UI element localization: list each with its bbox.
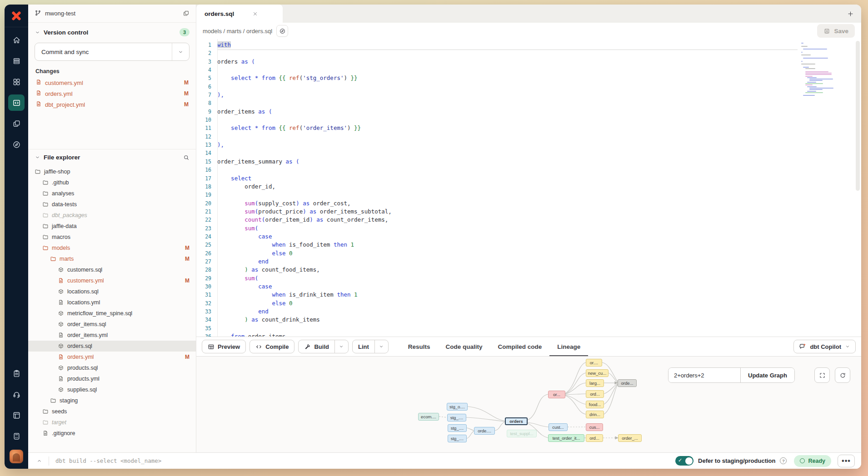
defer-toggle[interactable]: ✓: [675, 456, 693, 466]
file-tree-item-orders-sql[interactable]: orders.sql: [28, 341, 196, 352]
more-options-button[interactable]: •••: [838, 455, 855, 467]
file-icon: [58, 354, 64, 360]
lineage-node-new-cu-[interactable]: new_cu...: [586, 369, 609, 377]
reader-icon[interactable]: [8, 428, 25, 444]
code-line: 34 ) as count_drink_items: [196, 316, 861, 324]
file-tree-item-order-items-sql[interactable]: order_items.sql: [28, 319, 196, 330]
tab-orders-sql[interactable]: orders.sql: [196, 5, 283, 23]
lineage-node-ord-[interactable]: ord...: [586, 434, 603, 442]
command-input[interactable]: dbt build --select <model_name>: [55, 457, 675, 464]
file-tree-item-locations-sql[interactable]: locations.sql: [28, 286, 196, 297]
lineage-node-cus-[interactable]: cus...: [586, 423, 603, 431]
lineage-node-test-suppl-[interactable]: test_suppl...: [507, 430, 537, 437]
lineage-node-stg-[interactable]: stg_....: [448, 435, 467, 442]
file-tree-item-jaffle-shop[interactable]: jaffle-shop: [28, 166, 196, 177]
compile-button[interactable]: Compile: [249, 340, 294, 353]
editor-scrollbar[interactable]: [856, 41, 860, 191]
code-editor[interactable]: 1with23orders as (45 select * from {{ re…: [196, 39, 861, 337]
lineage-node-test-order-it-[interactable]: test_order_it...: [548, 434, 584, 442]
file-tree-item-products-yml[interactable]: products.yml: [28, 373, 196, 384]
lineage-node-cust-[interactable]: cust...: [549, 423, 568, 431]
dbt-copilot-button[interactable]: dbt Copilot: [793, 340, 856, 353]
search-icon[interactable]: [183, 154, 190, 161]
changed-file-row[interactable]: orders.yml M: [28, 88, 196, 99]
new-tab-button[interactable]: [847, 10, 854, 17]
tab-results[interactable]: Results: [400, 337, 438, 357]
close-icon[interactable]: [252, 11, 258, 17]
lineage-node-stg-[interactable]: stg_....: [447, 414, 466, 421]
file-tree-item-analyses[interactable]: analyses: [28, 188, 196, 199]
build-button-dropdown[interactable]: [334, 340, 348, 353]
commit-dropdown-chevron[interactable]: [172, 43, 189, 60]
lineage-node-orde-[interactable]: orde....: [474, 427, 495, 435]
file-tree-item-models[interactable]: modelsM: [28, 243, 196, 253]
file-tree-item--github[interactable]: .github: [28, 177, 196, 188]
file-tree-item-customers-yml[interactable]: customers.ymlM: [28, 275, 196, 286]
open-lineage-icon[interactable]: [276, 25, 288, 37]
file-tree-item-dbt-packages[interactable]: dbt_packages: [28, 210, 196, 221]
duplicate-icon[interactable]: [183, 10, 190, 17]
save-button[interactable]: Save: [817, 24, 855, 38]
refresh-graph-button[interactable]: [835, 367, 850, 383]
file-tree-item-supplies-sql[interactable]: supplies.sql: [28, 384, 196, 395]
fullscreen-button[interactable]: [814, 367, 830, 383]
changed-file-row[interactable]: customers.yml M: [28, 77, 196, 88]
notebook-icon[interactable]: [8, 407, 25, 423]
tab-code-quality[interactable]: Code quality: [438, 337, 490, 357]
file-tree-item-locations-yml[interactable]: locations.yml: [28, 297, 196, 308]
lineage-node-stg-[interactable]: stg_....: [448, 424, 467, 432]
file-tree-item-target[interactable]: target: [28, 417, 196, 428]
compass-icon[interactable]: [8, 136, 25, 153]
file-tree-item-seeds[interactable]: seeds: [28, 406, 196, 417]
preview-button[interactable]: Preview: [202, 340, 246, 353]
file-tree-item--gitignore[interactable]: .gitignore: [28, 428, 196, 439]
headset-icon[interactable]: [8, 386, 25, 402]
file-explorer-header[interactable]: File explorer: [28, 149, 196, 164]
help-icon[interactable]: ?: [780, 457, 787, 464]
file-tree-item-data-tests[interactable]: data-tests: [28, 199, 196, 210]
user-avatar[interactable]: [10, 450, 23, 463]
lineage-node-stg-o-[interactable]: stg_o....: [447, 403, 468, 411]
file-tree-item-products-sql[interactable]: products.sql: [28, 362, 196, 373]
model-icon: [58, 343, 64, 349]
lineage-node-drin-[interactable]: drin...: [586, 411, 604, 418]
lineage-filter-input[interactable]: [668, 368, 740, 382]
file-tree-item-metricflow-time-spine-sql[interactable]: metricflow_time_spine.sql: [28, 308, 196, 319]
windows-copy-icon[interactable]: [8, 115, 25, 132]
deploy-stack-icon[interactable]: [8, 53, 25, 69]
lint-button[interactable]: Lint: [353, 340, 374, 353]
apps-grid-icon[interactable]: [8, 74, 25, 90]
changed-file-row[interactable]: dbt_project.yml M: [28, 99, 196, 110]
lineage-node-ord-[interactable]: ord...: [586, 390, 604, 398]
file-tree-item-marts[interactable]: martsM: [28, 253, 196, 264]
lineage-node-orde-[interactable]: orde...: [618, 379, 637, 387]
lineage-node-or-[interactable]: or....: [586, 359, 602, 367]
collapse-panel-chevron[interactable]: [36, 458, 42, 464]
lineage-node-order-[interactable]: order_...: [618, 434, 642, 442]
line-number: 30: [196, 283, 217, 291]
tab-compiled-code[interactable]: Compiled code: [490, 337, 550, 357]
build-button[interactable]: Build: [299, 340, 334, 353]
lineage-node-larg-[interactable]: larg...: [586, 379, 604, 387]
lineage-node-food-[interactable]: food...: [586, 401, 604, 408]
editor-minimap[interactable]: [801, 43, 829, 98]
file-tree-item-staging[interactable]: staging: [28, 395, 196, 406]
update-graph-button[interactable]: Update Graph: [740, 368, 794, 382]
lint-button-dropdown[interactable]: [374, 340, 388, 353]
version-control-header[interactable]: Version control 3: [28, 23, 196, 40]
commit-and-sync-select[interactable]: Commit and sync: [35, 43, 190, 61]
clipboard-icon[interactable]: [8, 365, 25, 382]
branch-row[interactable]: mwong-test: [28, 5, 196, 23]
file-tree-item-jaffle-data[interactable]: jaffle-data: [28, 221, 196, 232]
home-icon[interactable]: [8, 32, 25, 48]
lineage-node-or-[interactable]: or...: [548, 391, 565, 398]
file-tree-item-customers-sql[interactable]: customers.sql: [28, 264, 196, 275]
file-tree-item-macros[interactable]: macros: [28, 232, 196, 243]
tab-lineage[interactable]: Lineage: [549, 337, 588, 357]
file-tree-item-orders-yml[interactable]: orders.ymlM: [28, 352, 196, 362]
dbt-logo[interactable]: [5, 5, 28, 27]
lineage-node-orders[interactable]: orders: [505, 417, 528, 425]
code-editor-icon[interactable]: [8, 94, 25, 111]
file-tree-item-order-items-yml[interactable]: order_items.yml: [28, 330, 196, 341]
lineage-node-ecom-[interactable]: ecom....: [418, 413, 439, 421]
